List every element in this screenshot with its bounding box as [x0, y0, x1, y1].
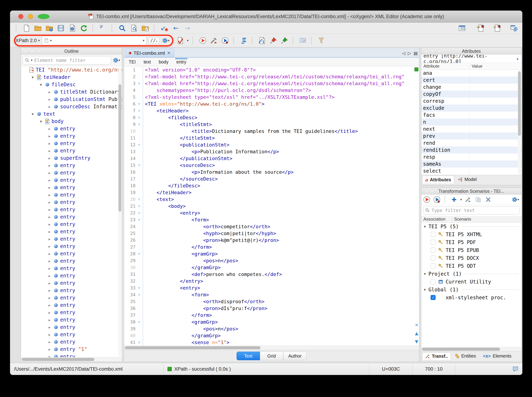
outline-row[interactable]: ▶entry — [21, 184, 122, 191]
scrollbar-thumb[interactable] — [125, 346, 260, 349]
outline-row[interactable]: ▶entry — [21, 140, 122, 147]
code-line[interactable]: 29 <pos>n</pos> — [124, 257, 419, 264]
attribute-row[interactable]: corresp — [421, 98, 521, 105]
outline-row[interactable]: ▶entry — [21, 323, 122, 331]
attribute-row[interactable]: resp — [421, 154, 521, 161]
fold-toggle-icon[interactable]: ▽ — [135, 291, 143, 298]
expand-arrow-icon[interactable]: ▶ — [46, 222, 53, 226]
attribute-row[interactable]: prev — [421, 132, 521, 140]
outline-row[interactable]: ▶entry — [21, 221, 122, 228]
expand-arrow-icon[interactable]: ▶ — [46, 333, 53, 337]
xpath-update-on-caret-toggle[interactable]: //★ — [149, 37, 159, 44]
code-line[interactable]: 15▽ <sourceDesc> — [124, 162, 419, 168]
xslt-debugger-button[interactable]: XSLT — [476, 24, 485, 32]
outline-vertical-scrollbar[interactable] — [118, 67, 121, 356]
code-line[interactable]: 9▽ <titleStmt> — [124, 121, 419, 128]
fold-toggle-icon[interactable]: ▽ — [135, 80, 143, 87]
collapse-arrow-icon[interactable]: ▼ — [421, 272, 428, 276]
scenario-run-button[interactable] — [423, 195, 431, 204]
code-line[interactable]: 31 <def>person who competes.</def> — [124, 271, 419, 278]
checkbox-unchecked[interactable] — [431, 232, 436, 237]
expand-arrow-icon[interactable]: ▶ — [46, 163, 53, 167]
checkbox-checked[interactable]: ✓ — [431, 295, 436, 300]
expand-arrow-icon[interactable]: ▶ — [46, 142, 53, 145]
checkbox-unchecked[interactable] — [431, 279, 436, 284]
scenarios-header[interactable]: Transformation Scenarios - TEI... — [421, 188, 521, 195]
open-url-button[interactable] — [45, 24, 54, 32]
code-line[interactable]: 12▽ <publicationStmt> — [124, 141, 419, 148]
attributes-header[interactable]: Attributes — [421, 48, 521, 55]
attribute-row[interactable]: change — [421, 84, 521, 91]
chevron-down-icon[interactable]: ▾ — [460, 198, 462, 202]
debug-transformation-button[interactable] — [221, 36, 229, 45]
code-line[interactable]: 23▽ <form> — [124, 216, 419, 223]
tab-entities[interactable]: Entities — [452, 352, 479, 360]
code-line[interactable]: 21▽ <body> — [124, 203, 419, 210]
configure-transformation-button[interactable] — [210, 36, 218, 45]
outline-row[interactable]: ▼teiHeader — [21, 74, 122, 81]
fold-toggle-icon[interactable]: ▽ — [135, 162, 143, 168]
fold-toggle-icon[interactable]: ▽ — [135, 121, 143, 128]
code-line[interactable]: 41▽ <sense n="1"> — [124, 339, 419, 346]
tab-transf[interactable]: Transf.. — [422, 352, 451, 360]
pin-red-button[interactable] — [269, 36, 278, 45]
new-document-button[interactable] — [22, 24, 31, 32]
pin-green-button[interactable] — [280, 36, 289, 45]
outline-row[interactable]: ▼fileDesc — [21, 81, 122, 88]
expand-arrow-icon[interactable]: ▶ — [46, 355, 53, 357]
column-header-attribute[interactable]: Attribute — [421, 64, 468, 69]
close-icon[interactable]: ✕ — [415, 323, 418, 328]
scenario-settings-gear-button[interactable]: ▾ — [511, 195, 520, 204]
expand-arrow-icon[interactable]: ▶ — [46, 259, 53, 263]
code-line[interactable]: 2<?xml-model href="http://www.tei-c.org/… — [124, 73, 419, 80]
arrow-up-icon[interactable]: ▲ — [415, 331, 418, 336]
outline-row[interactable]: ▶entry — [21, 169, 122, 176]
scenarios-filter-input[interactable] — [431, 208, 518, 213]
code-line[interactable]: 13 <p>Publication Information</p> — [124, 148, 419, 155]
scenario-debug-button[interactable] — [433, 195, 441, 204]
outline-row[interactable]: ▶sourceDescInformation — [21, 103, 122, 110]
outline-row[interactable]: ▶entry — [21, 228, 122, 235]
outline-filter-input[interactable] — [34, 58, 109, 63]
attribute-row[interactable]: copyOf — [421, 91, 521, 98]
code-line[interactable]: 26 <pron>k@m"petit@(r)</pron> — [124, 237, 419, 243]
code-line[interactable]: 30 </gramGrp> — [124, 264, 419, 271]
code-line[interactable]: 33▽ <entry> — [124, 284, 419, 291]
code-line[interactable]: 37 </form> — [124, 312, 419, 318]
outline-row[interactable]: ▶entry — [21, 250, 122, 257]
expand-arrow-icon[interactable]: ▶ — [46, 215, 53, 219]
expand-arrow-icon[interactable]: ▶ — [46, 237, 53, 241]
outline-row[interactable]: TEI"http://www.tei-c.org/ns/1. — [21, 66, 122, 74]
xpath-version-dropdown[interactable]: XPath 2.0▾ — [15, 38, 40, 43]
format-indent-button[interactable] — [239, 36, 248, 45]
outline-row[interactable]: ▶entry — [21, 147, 122, 154]
attribute-row[interactable]: select — [421, 167, 521, 174]
tab-elements[interactable]: <x>Elements — [480, 352, 514, 360]
mode-button-author[interactable]: Author — [283, 352, 307, 360]
scenario-group[interactable]: ▼Project (1) — [421, 270, 521, 278]
scenario-row[interactable]: TEI P5 PDF — [421, 238, 521, 246]
code-line[interactable]: 27 </form> — [124, 243, 419, 250]
code-line[interactable]: 7▽ <teiHeader> — [124, 107, 419, 114]
scenario-delete-button[interactable] — [484, 195, 492, 204]
column-header-scenario[interactable]: Scenario — [454, 217, 471, 222]
scenario-edit-button[interactable] — [464, 195, 472, 204]
outline-row[interactable]: ▶entry — [21, 257, 122, 265]
attribute-row[interactable]: n — [421, 118, 521, 125]
expand-arrow-icon[interactable]: ▶ — [46, 303, 53, 307]
find-replace-button[interactable] — [118, 24, 127, 32]
mode-button-text[interactable]: Text — [237, 352, 260, 360]
outline-row[interactable]: ▶entry — [21, 191, 122, 198]
code-line[interactable]: 19 </teiHeader> — [124, 189, 419, 196]
outline-row[interactable]: ▶entry — [21, 213, 122, 221]
code-line[interactable]: 10 <title>Dictionary samples from the TE… — [124, 128, 419, 135]
outline-row[interactable]: ▶entry — [21, 316, 122, 323]
breadcrumb-item-entry[interactable]: entry — [176, 58, 186, 66]
code-line[interactable]: 32 </entry> — [124, 278, 419, 284]
expand-arrow-icon[interactable]: ▶ — [46, 134, 53, 138]
expand-arrow-icon[interactable]: ▶ — [46, 127, 53, 131]
database-explorer-button[interactable] — [509, 24, 518, 32]
outline-row[interactable]: ▶entry — [21, 125, 122, 132]
expand-arrow-icon[interactable]: ▶ — [46, 244, 53, 248]
attribute-row[interactable]: rend — [421, 140, 521, 147]
